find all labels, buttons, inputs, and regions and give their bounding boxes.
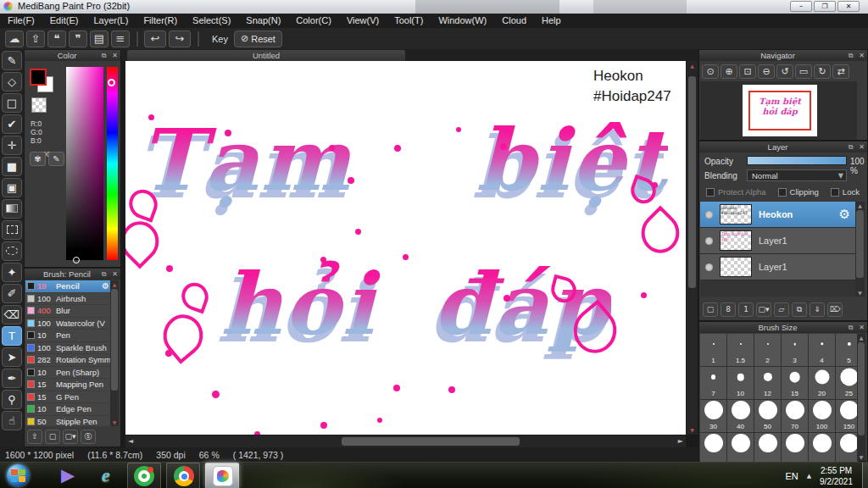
gradient-tool[interactable]	[2, 199, 22, 219]
lasso-tool[interactable]	[2, 241, 22, 261]
popout-icon[interactable]: ⧉	[845, 52, 856, 60]
blending-select[interactable]: Normal▼	[747, 169, 847, 181]
menu-item-snap-n[interactable]: Snap(N)	[238, 14, 288, 28]
flip-view-button[interactable]: ⇄	[832, 64, 849, 79]
close-button[interactable]: ✕	[837, 1, 860, 12]
zoom-out-button[interactable]: ⊖	[758, 64, 775, 79]
dot-pen-tool[interactable]: ✔	[2, 114, 22, 134]
comment-list-button[interactable]: ❞	[69, 30, 87, 47]
layer-visibility-dot[interactable]	[705, 211, 713, 219]
brush-size-cell[interactable]	[836, 433, 858, 462]
brush-size-cell[interactable]	[782, 433, 808, 462]
brush-size-cell[interactable]	[700, 433, 726, 462]
brush-item-watercolor-v[interactable]: 100 Watercolor (V	[25, 318, 111, 330]
minimize-button[interactable]: –	[790, 1, 812, 12]
popout-icon[interactable]: ⧉	[845, 324, 856, 332]
brush-size-70[interactable]: 70	[782, 400, 808, 432]
menu-item-window-w[interactable]: Window(W)	[431, 14, 494, 28]
operation-tool[interactable]: ➤	[2, 347, 22, 367]
brush-list-scrollbar[interactable]: ▲ ▼	[110, 280, 119, 426]
add-8bit-layer-button[interactable]: 8	[721, 302, 736, 317]
taskbar-internet-explorer-icon[interactable]: e	[96, 465, 116, 485]
close-icon[interactable]: ✕	[109, 52, 120, 59]
layer-row-layer1[interactable]: Layer1	[700, 254, 857, 280]
brush-size-40[interactable]: 40	[727, 400, 754, 432]
menu-item-select-s[interactable]: Select(S)	[185, 14, 238, 28]
brush-size-12[interactable]: 12	[754, 367, 781, 399]
brush-item-airbrush[interactable]: 100 Airbrush	[25, 293, 111, 306]
menu-item-view-v[interactable]: View(V)	[339, 14, 387, 28]
script-brush-button[interactable]: ⓢ	[81, 430, 96, 444]
brush-item-mapping-pen[interactable]: 15 Mapping Pen	[25, 379, 111, 391]
brush-item-blur[interactable]: 400 Blur	[25, 305, 111, 318]
restore-button[interactable]: ❐	[814, 1, 836, 12]
brush-size-20[interactable]: 20	[809, 367, 835, 399]
taskbar-medibang-button[interactable]	[205, 463, 239, 488]
add-layer-menu-button[interactable]: ▢▾	[756, 302, 771, 317]
brush-size-5[interactable]: 5	[836, 334, 858, 366]
menu-item-color-c[interactable]: Color(C)	[288, 14, 339, 28]
close-icon[interactable]: ✕	[856, 52, 867, 59]
fit-screen-button[interactable]: ⊡	[739, 64, 756, 79]
brush-size-7[interactable]: 7	[700, 367, 726, 399]
layer-row-heokon[interactable]: Heokon #Hoidap247 Heokon ⚙	[700, 202, 857, 228]
brush-size-15[interactable]: 15	[782, 367, 808, 399]
brush-size-30[interactable]: 30	[700, 400, 726, 432]
add-brush-button[interactable]: ▢	[45, 430, 60, 444]
language-indicator[interactable]: EN	[785, 471, 798, 481]
menu-item-help[interactable]: Help	[534, 14, 569, 28]
taskbar-kmplayer-icon[interactable]: ▶	[58, 465, 78, 485]
figure-tool[interactable]: □	[2, 93, 22, 113]
clipping-checkbox[interactable]: Clipping	[778, 187, 819, 197]
protect-alpha-checkbox[interactable]: Protect Alpha	[706, 187, 766, 197]
menu-item-cloud[interactable]: Cloud	[494, 14, 534, 28]
canvas-tab[interactable]: Untitled	[127, 50, 405, 61]
duplicate-layer-button[interactable]: ⧉	[792, 302, 807, 317]
merge-layer-button[interactable]: ⇓	[810, 302, 825, 317]
brush-item-pen[interactable]: 10 Pen	[25, 330, 111, 342]
clock[interactable]: 2:55 PM 9/2/2021	[820, 465, 853, 487]
brush-size-1-5[interactable]: 1.5	[727, 334, 754, 366]
opacity-slider[interactable]	[747, 156, 847, 165]
brush-item-g-pen[interactable]: 15 G Pen	[25, 391, 111, 404]
saturation-value-picker[interactable]	[66, 67, 103, 260]
brush-size-3[interactable]: 3	[782, 334, 808, 366]
bucket-tool[interactable]: ▣	[2, 178, 22, 197]
close-icon[interactable]: ✕	[856, 324, 867, 331]
brush-size-scrollbar[interactable]: ▲ ▼	[857, 334, 865, 461]
brush-item-pen-sharp[interactable]: 10 Pen (Sharp)	[25, 367, 111, 380]
publish-button[interactable]: ⇧	[26, 30, 45, 47]
zoom-in-button[interactable]: ⊕	[721, 64, 737, 79]
redo-button[interactable]: ↪	[169, 30, 191, 47]
palette-edit-button[interactable]: ✎	[48, 152, 64, 166]
add-brush-menu-button[interactable]: ▢▾	[63, 430, 78, 444]
undo-button[interactable]: ↩	[144, 30, 166, 47]
brush-size-25[interactable]: 25	[836, 367, 858, 399]
zoom-actual-button[interactable]: ⊙	[702, 64, 719, 79]
brush-size-cell[interactable]	[754, 433, 781, 462]
menu-item-file-f[interactable]: File(F)	[0, 14, 42, 28]
brush-item-sparkle-brush[interactable]: 100 Sparkle Brush	[25, 342, 111, 355]
fill-rect-tool[interactable]: ■	[2, 157, 22, 176]
menu-item-filter-r[interactable]: Filter(R)	[136, 14, 185, 28]
navigator-thumbnail[interactable]: Tạm biệt hỏi đáp	[743, 85, 817, 136]
show-desktop-button[interactable]	[862, 463, 868, 488]
add-1bit-layer-button[interactable]: 1	[738, 302, 754, 317]
rotate-right-button[interactable]: ↻	[814, 64, 831, 79]
document-button[interactable]: ▤	[90, 30, 108, 47]
brush-item-pencil[interactable]: 10 Pencil ⚙	[25, 280, 111, 293]
reset-view-button[interactable]: ▭	[795, 64, 812, 79]
hand-tool[interactable]: ☝	[2, 411, 22, 430]
brush-size-150[interactable]: 150	[836, 400, 858, 432]
reset-button[interactable]: ⊘ Reset	[234, 30, 282, 47]
popout-icon[interactable]: ⧉	[98, 270, 109, 279]
text-tool[interactable]: T	[2, 326, 22, 346]
delete-layer-button[interactable]: ⌦	[827, 302, 843, 317]
eyedropper-tool[interactable]: ⚲	[2, 390, 22, 409]
foreground-color-swatch[interactable]	[30, 69, 47, 86]
hue-slider[interactable]	[107, 67, 118, 260]
start-button[interactable]	[7, 464, 29, 486]
taskbar-chrome-button[interactable]	[166, 463, 200, 488]
layer-visibility-dot[interactable]	[705, 263, 713, 271]
close-icon[interactable]: ✕	[856, 143, 867, 151]
